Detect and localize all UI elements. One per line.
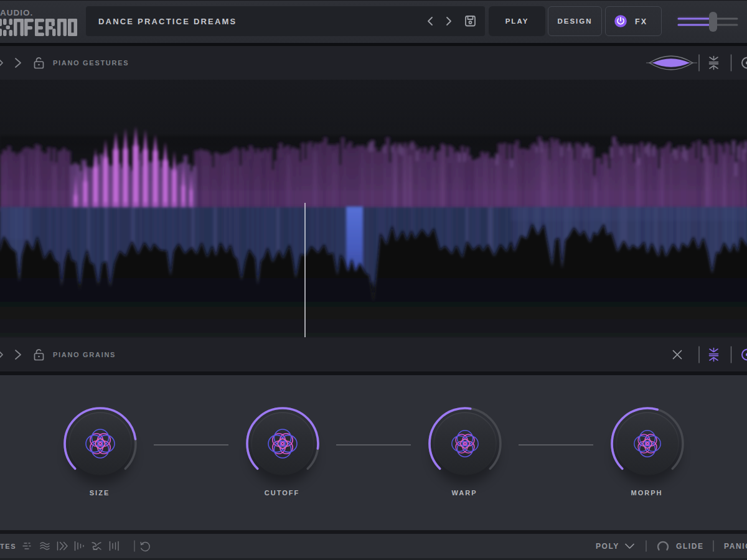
svg-text:FX: FX: [635, 17, 647, 26]
